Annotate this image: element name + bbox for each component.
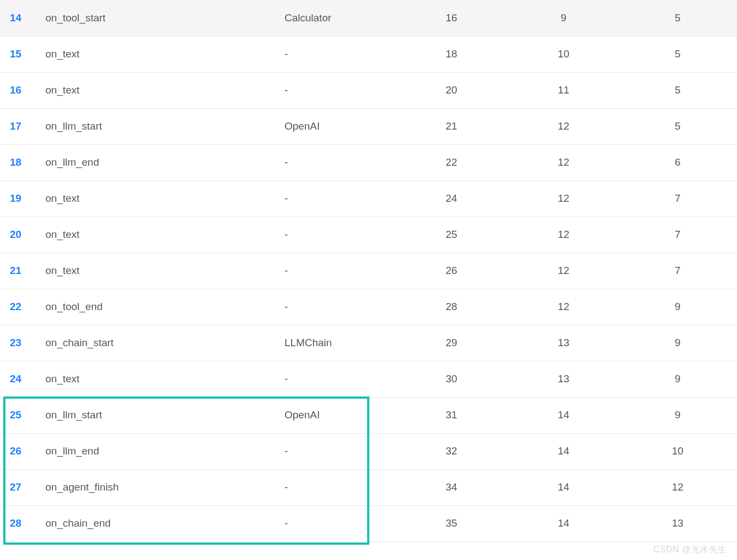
- col3-value: 18: [394, 36, 509, 72]
- event-name: on_text: [45, 180, 285, 217]
- event-name: on_llm_start: [45, 397, 285, 433]
- event-name: on_text: [45, 72, 285, 108]
- col3-value: 30: [394, 361, 509, 397]
- row-index: 28: [0, 505, 45, 541]
- row-index: 27: [0, 469, 45, 505]
- col4-value: 12: [509, 289, 618, 325]
- col5-value: 5: [618, 72, 737, 108]
- col5-value: 5: [618, 36, 737, 72]
- event-name: on_text: [45, 217, 285, 253]
- source-name: -: [285, 361, 394, 397]
- col3-value: 35: [394, 505, 509, 541]
- event-name: on_llm_start: [45, 108, 285, 144]
- source-name: OpenAI: [285, 397, 394, 433]
- col4-value: 12: [509, 217, 618, 253]
- source-name: -: [285, 253, 394, 289]
- col4-value: 12: [509, 180, 618, 217]
- table-row: 24on_text-30139: [0, 361, 737, 397]
- source-name: -: [285, 72, 394, 108]
- row-index: 17: [0, 108, 45, 144]
- col5-value: 9: [618, 361, 737, 397]
- row-index: 21: [0, 253, 45, 289]
- source-name: OpenAI: [285, 108, 394, 144]
- table-row: 22on_tool_end-28129: [0, 289, 737, 325]
- col4-value: 13: [509, 325, 618, 361]
- event-name: on_chain_start: [45, 325, 285, 361]
- source-name: -: [285, 433, 394, 469]
- col4-value: 10: [509, 36, 618, 72]
- col3-value: 31: [394, 397, 509, 433]
- col5-value: 9: [618, 289, 737, 325]
- event-name: on_text: [45, 253, 285, 289]
- table-row: 14on_tool_startCalculator1695: [0, 0, 737, 36]
- row-index: 25: [0, 397, 45, 433]
- row-index: 16: [0, 72, 45, 108]
- row-index: 14: [0, 0, 45, 36]
- table-row: 21on_text-26127: [0, 253, 737, 289]
- table-row: 23on_chain_startLLMChain29139: [0, 325, 737, 361]
- row-index: 18: [0, 144, 45, 180]
- col3-value: 32: [394, 433, 509, 469]
- event-name: on_tool_end: [45, 289, 285, 325]
- source-name: -: [285, 289, 394, 325]
- row-index: 24: [0, 361, 45, 397]
- col3-value: 20: [394, 72, 509, 108]
- col4-value: 11: [509, 72, 618, 108]
- col5-value: 6: [618, 144, 737, 180]
- col3-value: 34: [394, 469, 509, 505]
- source-name: Calculator: [285, 0, 394, 36]
- event-name: on_text: [45, 361, 285, 397]
- event-name: on_text: [45, 36, 285, 72]
- table-row: 26on_llm_end-321410: [0, 433, 737, 469]
- source-name: -: [285, 180, 394, 217]
- col3-value: 25: [394, 217, 509, 253]
- col5-value: 12: [618, 469, 737, 505]
- col5-value: 7: [618, 180, 737, 217]
- row-index: 19: [0, 180, 45, 217]
- event-name: on_agent_finish: [45, 469, 285, 505]
- event-name: on_chain_end: [45, 505, 285, 541]
- row-index: 23: [0, 325, 45, 361]
- col5-value: 7: [618, 217, 737, 253]
- row-index: 15: [0, 36, 45, 72]
- event-name: on_tool_start: [45, 0, 285, 36]
- col5-value: 9: [618, 325, 737, 361]
- col3-value: 28: [394, 289, 509, 325]
- col4-value: 14: [509, 397, 618, 433]
- source-name: -: [285, 144, 394, 180]
- source-name: -: [285, 505, 394, 541]
- col4-value: 12: [509, 108, 618, 144]
- col4-value: 14: [509, 433, 618, 469]
- col4-value: 12: [509, 253, 618, 289]
- source-name: -: [285, 469, 394, 505]
- source-name: LLMChain: [285, 325, 394, 361]
- table-row: 17on_llm_startOpenAI21125: [0, 108, 737, 144]
- col5-value: 5: [618, 0, 737, 36]
- event-table: 14on_tool_startCalculator169515on_text-1…: [0, 0, 737, 542]
- col4-value: 9: [509, 0, 618, 36]
- table-row: 15on_text-18105: [0, 36, 737, 72]
- event-table-container: 14on_tool_startCalculator169515on_text-1…: [0, 0, 737, 542]
- table-row: 18on_llm_end-22126: [0, 144, 737, 180]
- col4-value: 14: [509, 505, 618, 541]
- source-name: -: [285, 36, 394, 72]
- row-index: 20: [0, 217, 45, 253]
- col5-value: 7: [618, 253, 737, 289]
- col3-value: 24: [394, 180, 509, 217]
- table-row: 27on_agent_finish-341412: [0, 469, 737, 505]
- watermark: CSDN @无水先生: [653, 544, 727, 556]
- row-index: 26: [0, 433, 45, 469]
- col4-value: 14: [509, 469, 618, 505]
- table-row: 19on_text-24127: [0, 180, 737, 217]
- col3-value: 29: [394, 325, 509, 361]
- col4-value: 12: [509, 144, 618, 180]
- col5-value: 13: [618, 505, 737, 541]
- table-row: 16on_text-20115: [0, 72, 737, 108]
- table-row: 20on_text-25127: [0, 217, 737, 253]
- table-row: 28on_chain_end-351413: [0, 505, 737, 541]
- col3-value: 26: [394, 253, 509, 289]
- col5-value: 10: [618, 433, 737, 469]
- col3-value: 16: [394, 0, 509, 36]
- col5-value: 5: [618, 108, 737, 144]
- col3-value: 22: [394, 144, 509, 180]
